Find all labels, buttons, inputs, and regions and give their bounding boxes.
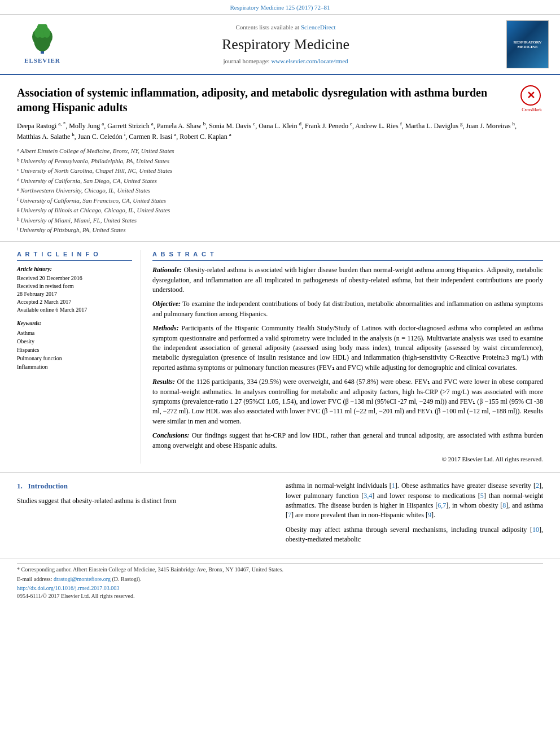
rationale-text: Obesity-related asthma is associated wit…: [152, 266, 543, 294]
affil-sup-b: b: [17, 156, 20, 164]
affil-text-h: University of Miami, Miami, FL, United S…: [21, 216, 137, 225]
author-deepa-rastogi: Deepa Rastogi a, *,: [17, 122, 69, 130]
available-date: Available online 6 March 2017: [17, 306, 132, 314]
affil-text-a: Albert Einstein College of Medicine, Bro…: [20, 146, 174, 156]
objective-text: To examine the independent contributions…: [152, 300, 543, 317]
keyword-hispanics: Hispanics: [17, 346, 132, 354]
sciencedirect-link[interactable]: ScienceDirect: [301, 24, 336, 30]
author-molly-jung: Molly Jung a,: [69, 122, 107, 130]
doi-link[interactable]: http://dx.doi.org/10.1016/j.rmed.2017.03…: [17, 585, 119, 591]
body-intro-para2: asthma in normal-weight individuals [1].…: [286, 481, 543, 521]
affiliation-h: h University of Miami, Miami, FL, United…: [17, 216, 543, 225]
body-intro-para3: Obesity may affect asthma through severa…: [286, 525, 543, 545]
affil-sup-e: e: [17, 186, 19, 194]
affiliation-g: g University of Illinois at Chicago, Chi…: [17, 206, 543, 215]
received-date: Received 20 December 2016: [17, 274, 132, 282]
affil-text-c: University of North Carolina, Chapel Hil…: [20, 166, 172, 176]
affil-text-b: University of Pennsylvania, Philadelphia…: [21, 156, 169, 166]
abstract-conclusions: Conclusions: Our findings suggest that h…: [152, 431, 543, 451]
body-two-col: 1. Introduction Studies suggest that obe…: [17, 481, 543, 549]
abstract-results: Results: Of the 1126 participants, 334 (…: [152, 377, 543, 426]
article-info-heading: A R T I C L E I N F O: [17, 250, 132, 261]
elsevier-logo-area: ELSEVIER: [11, 24, 73, 65]
email-label: E-mail address:: [17, 576, 52, 582]
section1-title: Introduction: [28, 482, 68, 490]
ref10-link[interactable]: 10: [532, 526, 539, 534]
authors-list: Deepa Rastogi a, *, Molly Jung a, Garret…: [17, 120, 543, 142]
affil-sup-f: f: [17, 196, 19, 204]
ref5-link[interactable]: 5: [480, 492, 484, 500]
author-juan-moreiras: Juan J. Moreiras h,: [466, 122, 516, 130]
affil-text-i: University of Pittsburgh, PA, United Sta…: [20, 225, 126, 235]
abstract-column: A B S T R A C T Rationale: Obesity-relat…: [152, 250, 543, 464]
elsevier-brand-text: ELSEVIER: [24, 56, 60, 65]
author-andrew-ries: Andrew L. Ries f,: [355, 122, 405, 130]
ref9-link[interactable]: 9: [428, 511, 431, 519]
affil-sup-a: a: [17, 146, 19, 154]
abstract-methods: Methods: Participants of the Hispanic Co…: [152, 324, 543, 373]
journal-homepage-link[interactable]: www.elsevier.com/locate/rmed: [271, 58, 348, 64]
title-crossmark-row: Association of systemic inflammation, ad…: [17, 85, 543, 115]
crossmark-icon: ✕: [527, 89, 535, 103]
keyword-pulmonary-function: Pulmonary function: [17, 354, 132, 362]
affiliation-f: f University of California, San Francisc…: [17, 196, 543, 206]
journal-reference: Respiratory Medicine 125 (2017) 72–81: [230, 4, 330, 11]
received-revised-date: 28 February 2017: [17, 290, 132, 298]
keyword-asthma: Asthma: [17, 329, 132, 337]
author-martha-daviglus: Martha L. Daviglus g,: [405, 122, 466, 130]
ref7-link[interactable]: 7: [288, 511, 291, 519]
ref1-link[interactable]: 1: [392, 482, 395, 490]
doi-line: http://dx.doi.org/10.1016/j.rmed.2017.03…: [17, 584, 543, 592]
journal-header: ELSEVIER Contents lists available at Sci…: [0, 15, 560, 75]
article-info-column: A R T I C L E I N F O Article history: R…: [17, 250, 141, 464]
section1-heading: 1. Introduction: [17, 481, 274, 491]
crossmark-circle: ✕: [520, 85, 541, 106]
results-text: Of the 1126 participants, 334 (29.5%) we…: [152, 378, 543, 425]
journal-header-center: Contents lists available at ScienceDirec…: [73, 23, 498, 65]
section1-number: 1.: [17, 482, 23, 490]
affil-text-e: Northwestern University, Chicago, IL, Un…: [20, 186, 150, 195]
affil-sup-g: g: [17, 206, 20, 213]
affil-text-f: University of California, San Francisco,…: [20, 196, 166, 206]
affiliation-i: i University of Pittsburgh, PA, United S…: [17, 225, 543, 235]
body-section: 1. Introduction Studies suggest that obe…: [0, 473, 560, 557]
article-title-section: Association of systemic inflammation, ad…: [0, 75, 560, 242]
body-intro-para1: Studies suggest that obesity-related ast…: [17, 496, 274, 506]
objective-label: Objective:: [152, 300, 181, 308]
ref3-link[interactable]: 3,4: [364, 492, 372, 500]
author-frank-penedo: Frank J. Penedo e,: [305, 122, 355, 130]
affiliation-c: c University of North Carolina, Chapel H…: [17, 166, 543, 176]
ref8-link[interactable]: 8: [502, 501, 506, 509]
journal-cover-text: RESPIRATORY MEDICINE: [507, 40, 548, 50]
author-oana-klein: Oana L. Klein d,: [259, 122, 305, 130]
methods-label: Methods:: [152, 324, 179, 332]
affil-sup-i: i: [17, 225, 19, 233]
conclusions-text: Our findings suggest that hs-CRP and low…: [152, 431, 543, 449]
contents-available-line: Contents lists available at ScienceDirec…: [73, 23, 498, 32]
email-note: E-mail address: drastogi@montefiore.org …: [17, 575, 543, 583]
author-carmen-isasi: Carmen R. Isasi a,: [129, 133, 180, 141]
affiliation-a: a Albert Einstein College of Medicine, B…: [17, 146, 543, 156]
corresponding-author-note: * Corresponding author. Albert Einstein …: [17, 563, 543, 574]
ref2-link[interactable]: 2: [536, 482, 539, 490]
body-col-right: asthma in normal-weight individuals [1].…: [286, 481, 543, 549]
article-title: Association of systemic inflammation, ad…: [17, 85, 512, 115]
affil-sup-h: h: [17, 216, 20, 224]
ref6-link[interactable]: 6,7: [438, 501, 446, 509]
issn-line: 0954-6111/© 2017 Elsevier Ltd. All right…: [17, 592, 543, 600]
author-robert-kaplan: Robert C. Kaplan a: [180, 133, 231, 141]
journal-cover-area: RESPIRATORY MEDICINE: [498, 20, 549, 68]
article-info-abstract-section: A R T I C L E I N F O Article history: R…: [0, 242, 560, 473]
email-link[interactable]: drastogi@montefiore.org: [54, 576, 111, 582]
abstract-rationale: Rationale: Obesity-related asthma is ass…: [152, 265, 543, 295]
affiliation-b: b University of Pennsylvania, Philadelph…: [17, 156, 543, 166]
journal-homepage-line: journal homepage: www.elsevier.com/locat…: [73, 57, 498, 65]
rationale-label: Rationale:: [152, 266, 182, 274]
footer-section: * Corresponding author. Albert Einstein …: [0, 558, 560, 606]
results-label: Results:: [152, 378, 175, 386]
journal-reference-bar: Respiratory Medicine 125 (2017) 72–81: [0, 0, 560, 15]
affiliation-e: e Northwestern University, Chicago, IL, …: [17, 186, 543, 195]
affil-text-d: University of California, San Diego, CA,…: [21, 176, 157, 186]
author-matthias-salathe: Matthias A. Salathe h,: [17, 133, 78, 141]
affil-sup-c: c: [17, 166, 19, 174]
